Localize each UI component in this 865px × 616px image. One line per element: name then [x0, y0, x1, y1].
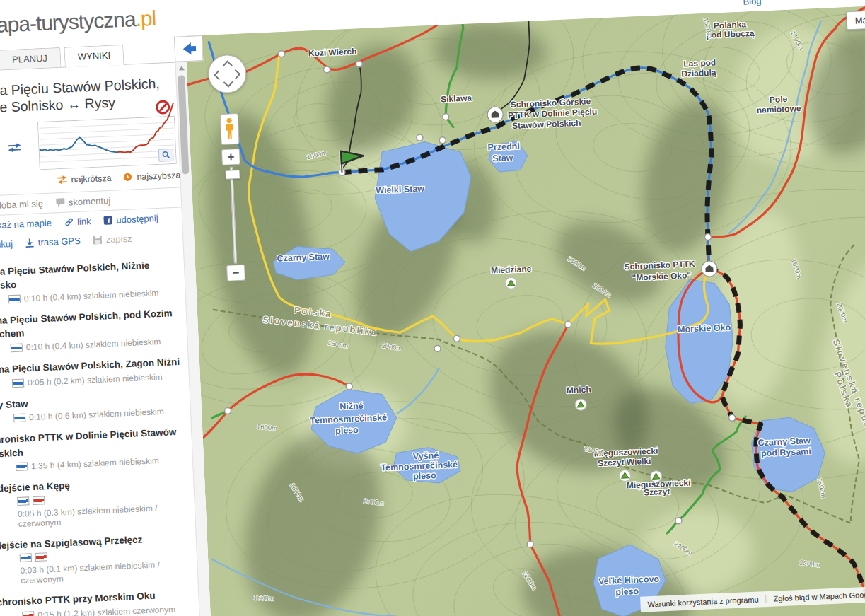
- peak-icon: [505, 277, 517, 289]
- swap-direction-button[interactable]: [6, 122, 40, 171]
- trail-junction-dot: [704, 233, 711, 240]
- social-link-skomentuj[interactable]: skomentuj: [56, 195, 111, 208]
- pegman-icon: [224, 117, 235, 141]
- social-link-podoba-mi-się[interactable]: podoba mi się: [0, 198, 43, 211]
- collapse-arrow-icon: [179, 40, 198, 57]
- map-label: Przedni: [487, 141, 520, 153]
- map-label: Szczyt: [644, 487, 670, 498]
- trail-marker-blue-icon: [20, 554, 33, 563]
- trail-marker-blue-icon: [16, 463, 28, 472]
- map-label: 1600m: [253, 593, 274, 602]
- route-step[interactable]: Odejście na Szpiglasową Przełęcz0:03 h (…: [0, 530, 199, 587]
- map-label: namiotowe: [757, 103, 802, 115]
- trail-marker-red-icon: [22, 611, 35, 616]
- tab-planuj[interactable]: PLANUJ: [0, 47, 61, 70]
- social-actions: podoba mi sięskomentujpokaż na mapielink…: [0, 187, 185, 255]
- magnifier-icon: [162, 151, 170, 158]
- trail-junction-dot: [434, 345, 441, 351]
- report-error-link[interactable]: Zgłoś błąd w Mapach Google: [765, 590, 865, 603]
- step-detail: 0:05 h (0.3 km) szlakiem niebieskim / cz…: [17, 489, 188, 528]
- page: mapa-turystyczna.pl Blog PLANUJ WYNIKI D…: [0, 0, 865, 616]
- trail-junction-dot: [439, 137, 446, 144]
- logo-text: mapa-turystyczna: [0, 7, 136, 37]
- pegman-control[interactable]: [220, 113, 240, 145]
- legend-label: najszybsza: [137, 170, 180, 182]
- map-label: Mnich: [567, 385, 591, 395]
- save-icon: [93, 235, 103, 245]
- route-step[interactable]: Schronisko PTTK przy Morskim Oku0:15 h (…: [0, 587, 200, 616]
- browser-viewport: mapa-turystyczna.pl Blog PLANUJ WYNIKI D…: [0, 0, 865, 616]
- tab-wyniki[interactable]: WYNIKI: [64, 45, 124, 68]
- route-step[interactable]: Dolina Pięciu Stawów Polskich, Niżnie So…: [0, 257, 187, 306]
- trail-junction-dot: [453, 335, 460, 342]
- trail-marker-blue-icon: [11, 344, 23, 353]
- social-label: pokaż na mapie: [0, 217, 52, 231]
- zoom-in-button[interactable]: +: [221, 149, 240, 165]
- scrollbar-thumb[interactable]: [178, 75, 189, 174]
- trail-junction-dot: [323, 66, 330, 73]
- route-step[interactable]: Dolina Pięciu Stawów Polskich, pod Kozim…: [0, 306, 189, 354]
- map-label: Siklawa: [441, 93, 472, 104]
- map-label: pleso: [335, 425, 359, 436]
- map-label: pleso: [615, 586, 639, 597]
- zoom-out-button[interactable]: −: [226, 265, 245, 281]
- route-step[interactable]: Schronisko PTTK w Dolinie Pięciu Stawów …: [0, 424, 194, 473]
- trail-marker-red-icon: [33, 496, 45, 505]
- step-detail-text: 0:03 h (0.1 km) szlakiem niebieskim / cz…: [20, 559, 190, 586]
- map-label: Dziadulą: [681, 67, 716, 79]
- social-label: link: [77, 216, 91, 227]
- zoom-slider-handle[interactable]: [225, 170, 240, 180]
- social-label: skomentuj: [69, 195, 111, 208]
- swap-arrows-icon: [57, 175, 68, 185]
- elevation-profile-row: [6, 115, 181, 171]
- sidebar-collapse-button[interactable]: [174, 35, 204, 62]
- profile-legend: najkrótszanajszybsza: [57, 170, 181, 185]
- social-label: zapisz: [105, 233, 132, 245]
- trail-junction-dot: [356, 61, 362, 67]
- route-step[interactable]: Podejście na Kępę0:05 h (0.3 km) szlakie…: [0, 473, 197, 530]
- trail-junction-dot: [346, 383, 352, 390]
- pan-down-icon[interactable]: [223, 77, 233, 87]
- pan-right-icon[interactable]: [231, 69, 240, 79]
- social-link-zapisz[interactable]: zapisz: [93, 233, 132, 245]
- map-label: pleso: [413, 470, 437, 481]
- clock-icon: [122, 173, 134, 182]
- social-link-link[interactable]: link: [64, 216, 91, 228]
- logo-tld: .pl: [135, 6, 156, 30]
- trail-marker-blue-icon: [12, 378, 25, 388]
- trail-marker-blue-icon: [13, 414, 26, 423]
- map-type-button[interactable]: Mapa: [846, 8, 865, 30]
- route-steps-list: Dolina Pięciu Stawów Polskich, Niżnie So…: [0, 257, 202, 616]
- peak-icon: [575, 399, 587, 411]
- social-link-udostępnij[interactable]: fudostępnij: [103, 213, 158, 226]
- sidebar: PLANUJ WYNIKI Dolina Pięciu Stawów Polsk…: [0, 36, 214, 616]
- legend-item: najszybsza: [122, 170, 180, 182]
- map-label: Miedziane: [491, 264, 532, 276]
- social-link-trasa-GPS[interactable]: trasa GPS: [25, 236, 81, 248]
- social-label: podoba mi się: [0, 198, 43, 211]
- elevation-profile-chart[interactable]: [37, 116, 177, 170]
- comment-icon: [56, 197, 66, 207]
- map-label: Wielki Staw: [376, 184, 424, 196]
- social-link-drukuj[interactable]: drukuj: [0, 238, 13, 250]
- link-icon: [64, 217, 74, 227]
- pan-up-icon[interactable]: [223, 60, 233, 70]
- pan-left-icon[interactable]: [214, 70, 223, 80]
- trail-marker-blue-icon: [17, 496, 30, 506]
- nav-blog-link[interactable]: Blog: [743, 0, 762, 7]
- map-canvas[interactable]: Kozi WierchSiklawaSchronisko GórskiePTTK…: [185, 4, 865, 616]
- step-detail-text: 0:05 h (0.3 km) szlakiem niebieskim / cz…: [18, 501, 188, 528]
- trail-marker-red-icon: [35, 553, 48, 562]
- site-logo[interactable]: mapa-turystyczna.pl: [0, 6, 156, 38]
- map-label: Kozi Wierch: [308, 47, 357, 59]
- social-label: trasa GPS: [37, 236, 81, 248]
- chart-zoom-button[interactable]: [158, 149, 174, 162]
- scrollbar-up-arrow[interactable]: [178, 66, 184, 70]
- social-link-pokaż-na-mapie[interactable]: pokaż na mapie: [0, 217, 52, 231]
- terms-link[interactable]: Warunki korzystania z programu: [640, 595, 766, 609]
- route-step[interactable]: Dolina Pięciu Stawów Polskich, Zagon Niż…: [0, 354, 190, 389]
- map-label: Pole: [770, 94, 788, 105]
- social-label: drukuj: [0, 238, 13, 250]
- route-step[interactable]: Mały Staw0:10 h (0.6 km) szlakiem niebie…: [0, 390, 192, 424]
- legend-item: najkrótsza: [57, 173, 112, 185]
